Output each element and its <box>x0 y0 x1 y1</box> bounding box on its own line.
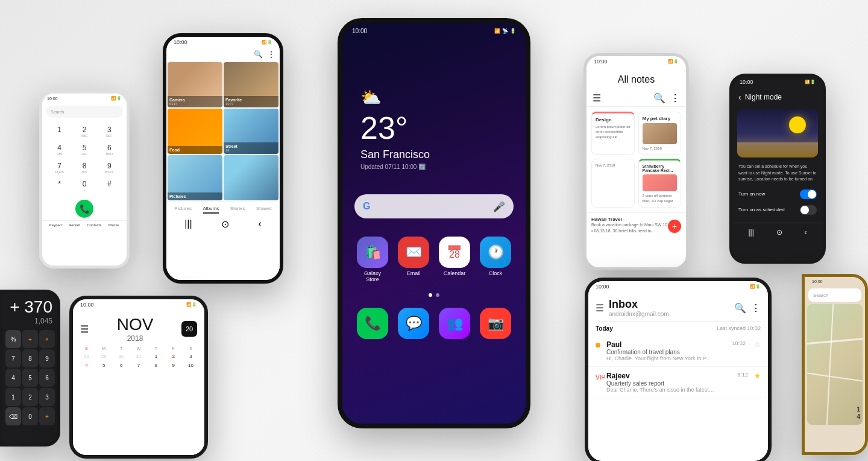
nav-keypad[interactable]: Keypad <box>49 223 61 227</box>
calc-divide[interactable]: ÷ <box>22 330 38 348</box>
tab-shared[interactable]: Shared <box>256 206 272 214</box>
night-nav-back[interactable]: ||| <box>748 228 753 237</box>
calc-4[interactable]: 4 <box>5 369 21 387</box>
key-4[interactable]: 4GHI <box>48 142 71 157</box>
note-design[interactable]: Design Lorem ipsum dolor sit amet consec… <box>591 112 635 155</box>
call-button[interactable]: 📞 <box>75 200 93 218</box>
notes-signal: 📶🔋 <box>668 59 679 64</box>
key-star[interactable]: * <box>48 178 71 194</box>
cal-4[interactable]: 4 <box>78 361 95 370</box>
cal-9[interactable]: 9 <box>165 361 182 370</box>
cal-8[interactable]: 8 <box>147 361 165 370</box>
nav-home[interactable]: ⊙ <box>221 218 229 230</box>
nav-places[interactable]: Places <box>108 223 119 227</box>
nav-back[interactable]: ||| <box>184 218 192 230</box>
app-phone[interactable]: 📞 <box>354 308 391 339</box>
tab-stories[interactable]: Stories <box>230 206 245 214</box>
calc-9[interactable]: 9 <box>39 349 55 367</box>
toggle1[interactable] <box>800 189 817 199</box>
key-3[interactable]: 3DEF <box>98 124 121 139</box>
key-hash[interactable]: # <box>98 178 121 194</box>
map-view[interactable]: 1 4 <box>807 304 863 425</box>
hawaii-note[interactable]: Hawaii Travel Book a vacation package to… <box>587 212 686 238</box>
key-7[interactable]: 7PQRS <box>48 160 71 176</box>
calc-5[interactable]: 5 <box>22 369 38 387</box>
cal-10[interactable]: 10 <box>182 361 200 370</box>
cal-2[interactable]: 2 <box>165 352 182 361</box>
night-nav-recent[interactable]: ‹ <box>805 228 807 237</box>
note-date[interactable]: Nov 7, 2018 <box>591 159 635 208</box>
email-menu-icon[interactable]: ☰ <box>596 302 604 314</box>
notes-menu-icon[interactable]: ☰ <box>593 92 601 104</box>
cal-today-badge[interactable]: 20 <box>181 321 197 337</box>
app-camera[interactable]: 📷 <box>477 308 514 339</box>
night-nav-home[interactable]: ⊙ <box>776 228 782 237</box>
nav-recent[interactable]: ‹ <box>258 218 261 230</box>
email-item-paul[interactable]: Paul 10:32 Confirmation of travel plans … <box>588 335 768 367</box>
night-back-button[interactable]: ‹ <box>738 92 741 102</box>
cal-5[interactable]: 5 <box>95 361 113 370</box>
email-star-rajeev[interactable]: ★ <box>754 372 761 380</box>
app-galaxy-store[interactable]: 🛍️ GalaxyStore <box>354 237 391 282</box>
app-calendar[interactable]: ▓▓▓▓ 28 Calendar <box>436 237 473 282</box>
add-note-button[interactable]: + <box>668 220 681 233</box>
cal-1[interactable]: 1 <box>147 352 165 361</box>
cal-3[interactable]: 3 <box>182 352 200 361</box>
calc-percent[interactable]: % <box>5 330 21 348</box>
key-6[interactable]: 6MNO <box>98 142 121 157</box>
gallery-thumb-pictures[interactable]: Pictures <box>168 155 222 200</box>
dialer-search[interactable]: Search <box>46 106 123 118</box>
email-search-icon[interactable]: 🔍 <box>734 302 746 314</box>
key-5[interactable]: 5JKL <box>73 142 95 157</box>
cal-29[interactable]: 29 <box>95 352 113 361</box>
gallery-thumb-camera[interactable]: Camera 6314 <box>168 62 222 107</box>
nav-recent[interactable]: Recent <box>69 223 80 227</box>
map-search-bar[interactable]: Search <box>808 288 861 302</box>
cal-30[interactable]: 30 <box>113 352 130 361</box>
night-description: You can set a schedule for when you want… <box>732 160 823 186</box>
more-icon[interactable]: ⋮ <box>268 50 275 59</box>
tab-albums[interactable]: Albums <box>203 206 219 214</box>
note-petdiary[interactable]: My pet diary Nov 7, 2018 <box>638 112 682 155</box>
notes-more-icon[interactable]: ⋮ <box>670 92 680 104</box>
gallery-thumb-favorite[interactable]: Favorite 1047 <box>224 62 278 107</box>
search-icon[interactable]: 🔍 <box>254 50 263 59</box>
email-item-rajeev[interactable]: VIP Rajeev 8:12 Quarterly sales report D… <box>588 367 768 398</box>
calc-8[interactable]: 8 <box>22 349 38 367</box>
cal-6[interactable]: 6 <box>113 361 130 370</box>
calc-1[interactable]: 1 <box>5 388 21 406</box>
cal-31[interactable]: 31 <box>130 352 148 361</box>
cal-menu-icon[interactable]: ☰ <box>80 323 89 335</box>
key-9[interactable]: 9WXYZ <box>98 160 121 176</box>
key-1[interactable]: 1 <box>48 124 71 139</box>
notes-search-icon[interactable]: 🔍 <box>653 92 665 104</box>
app-email[interactable]: ✉️ Email <box>395 237 432 282</box>
calc-0[interactable]: 0 <box>22 407 38 425</box>
app-social[interactable]: 👥 <box>436 308 473 339</box>
email-star-paul[interactable]: ☆ <box>754 340 761 349</box>
tab-pictures[interactable]: Pictures <box>174 206 192 214</box>
key-8[interactable]: 8TUV <box>73 160 95 176</box>
note-pancake[interactable]: Strawberry Pancake Reci... 2 cups all-pu… <box>638 159 682 208</box>
nav-contacts[interactable]: Contacts <box>87 223 102 227</box>
key-2[interactable]: 2ABC <box>73 124 95 139</box>
toggle2[interactable] <box>800 205 817 215</box>
app-messages[interactable]: 💬 <box>395 308 432 339</box>
calc-del[interactable]: ⌫ <box>5 407 21 425</box>
gallery-thumb-street[interactable]: Street 24 <box>224 109 278 154</box>
calc-3[interactable]: 3 <box>39 388 55 406</box>
calc-2[interactable]: 2 <box>22 388 38 406</box>
mic-icon[interactable]: 🎤 <box>493 201 505 212</box>
google-search-bar[interactable]: G 🎤 <box>354 194 514 218</box>
gallery-thumb-extra[interactable] <box>224 155 278 200</box>
email-more-icon[interactable]: ⋮ <box>751 302 761 314</box>
key-0[interactable]: 0+ <box>73 178 95 194</box>
calc-multiply[interactable]: × <box>39 330 55 348</box>
cal-28[interactable]: 28 <box>78 352 95 361</box>
calc-plus[interactable]: + <box>39 407 55 425</box>
calc-6[interactable]: 6 <box>39 369 55 387</box>
gallery-thumb-food[interactable]: Food <box>168 109 222 154</box>
app-clock[interactable]: 🕐 Clock <box>477 237 514 282</box>
calc-7[interactable]: 7 <box>5 349 21 367</box>
cal-7[interactable]: 7 <box>130 361 148 370</box>
